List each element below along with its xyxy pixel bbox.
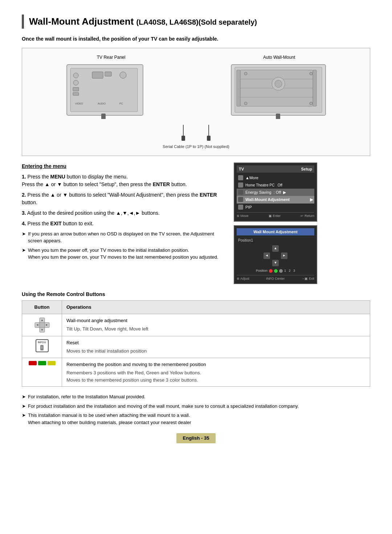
info-sub: i [40,345,44,351]
content-columns: Entering the menu 1. Press the MENU butt… [22,163,370,284]
note-2-text: When you turn the power off, your TV mov… [28,247,218,261]
tv-row-energy: Energy Saving : Off ▶ [237,189,314,196]
tv-row-pip: PIP [237,204,314,211]
op-desc-info: Moves to the initial installation positi… [66,348,366,355]
footer-bar: English - 35 [22,433,370,443]
svg-point-3 [73,80,78,85]
row-icon-5 [238,205,243,210]
note-2-arrow: ➤ [22,247,26,261]
svg-point-8 [120,72,126,78]
remote-control-table: Button Operations ▲ ▼ [22,300,370,387]
bottom-note-3: ➤ This installation manual is to be used… [22,412,370,426]
tv-header-left: TV [239,166,244,172]
svg-rect-20 [313,70,317,106]
op-cell-color: Remembering the position and moving to t… [62,358,370,387]
wall-adjust-footer: ⊕ Adjust INFO Center →▣ Exit [237,275,314,282]
bottom-note-2: ➤ For product installation and the insta… [22,403,370,410]
up-arrow-row: ▲ [272,245,279,252]
position-label: Position1 [237,238,314,243]
tv-row-4-text: Wall-Mount Adjustment [245,197,290,203]
step-3-num: 3. [22,210,26,216]
svg-point-24 [244,72,247,75]
step-4-exit: EXIT [50,221,62,226]
btn-cell-info: INFO⊙ i [22,336,62,358]
green-btn [38,361,46,365]
note-2: ➤ When you turn the power off, your TV m… [22,247,226,261]
tv-row-more: ▲More [237,174,314,182]
svg-rect-6 [92,72,103,78]
up-arrow: ▲ [272,245,279,252]
down-arrow-row: ▼ [272,260,279,266]
auto-wall-mount-svg [229,63,327,119]
entering-menu-heading: Entering the menu [22,163,226,170]
svg-point-2 [73,73,78,78]
position-row: Position 1 2 3 [237,268,314,274]
svg-text:VIDEO: VIDEO [75,102,83,105]
pos-dot-1 [269,269,273,273]
svg-point-25 [310,72,313,75]
step-1: 1. Press the MENU button to display the … [22,173,226,188]
title-suffix: (LA40S8, LA46S8)(Sold separately) [136,18,257,26]
svg-rect-5 [73,93,79,95]
page-title: Wall-Mount Adjustment (LA40S8, LA46S8)(S… [29,15,370,29]
title-section: Wall-Mount Adjustment (LA40S8, LA46S8)(S… [22,15,370,29]
tv-row-5-text: PIP [245,204,252,210]
diagram-box: TV Rear Panel Auto Wall-Mount VIDEO AUDI… [22,48,370,156]
op-label-dpad: Wall-mount angle adjustment [66,317,366,324]
cable-label: Serial Cable (1P to 1P) (Not supplied) [163,144,229,150]
instructions-col: Entering the menu 1. Press the MENU butt… [22,163,226,284]
bottom-note-1-arrow: ➤ [22,393,26,400]
footer-enter: ▣ Enter [269,214,281,219]
tv-row-3-text: Energy Saving : Off ▶ [245,189,286,196]
screenshots-col: TV Setup ▲More Home Theatre PC Off Energ… [234,163,370,284]
table-row-2: INFO⊙ i Reset Moves to the initial insta… [22,336,370,358]
table-row-3: Remembering the position and moving to t… [22,358,370,387]
col-operations: Operations [62,301,370,314]
btn-cell-dpad: ▲ ▼ ◄ ► [22,314,62,336]
red-btn [29,361,37,365]
col-button: Button [22,301,62,314]
bottom-note-2-text: For product installation and the install… [28,403,299,410]
svg-text:►: ► [45,323,48,326]
op-label-info: Reset [66,339,366,346]
step-1-num: 1. [22,174,26,180]
cable-section: Serial Cable (1P to 1P) (Not supplied) [163,125,229,150]
pos-dot-3 [279,269,283,273]
cable-lines [181,125,211,141]
yellow-btn [48,361,56,365]
tv-screen-footer: ⊕ Move ▣ Enter ↩ Return [237,212,314,219]
svg-point-27 [310,102,313,105]
step-4: 4. Press the EXIT button to exit. [22,220,226,227]
pos-dot-2 [274,269,278,273]
svg-rect-32 [40,323,45,328]
svg-rect-4 [73,87,79,91]
tv-row-1-text: ▲More [245,175,258,181]
op-desc-color: Remembers 3 positions with the Red, Gree… [66,369,366,383]
tv-row-2-text: Home Theatre PC Off [245,182,282,188]
info-btn: INFO⊙ i [36,339,49,352]
tv-row-htpc: Home Theatre PC Off [237,182,314,189]
using-heading: Using the Remote Control Buttons [22,291,370,298]
title-text: Wall-Mount Adjustment [29,16,134,27]
lr-arrow-row: ◄ ► [264,252,287,259]
btn-cell-color [22,358,62,387]
step-1-keyword: MENU [50,174,65,180]
svg-rect-1 [70,68,138,112]
svg-point-26 [244,102,247,105]
note-1-text: If you press an arrow button when no OSD… [28,230,226,245]
svg-text:▼: ▼ [41,328,44,332]
svg-rect-23 [276,114,280,119]
dpad-icon: ▲ ▼ ◄ ► [34,317,50,333]
step-3: 3. Adjust to the desired position using … [22,209,226,217]
diagram-label-left: TV Rear Panel [97,54,126,61]
footer-exit: →▣ Exit [301,276,314,282]
arrow-nav: ▲ ◄ ► ▼ [265,245,286,266]
dpad-svg: ▲ ▼ ◄ ► [34,317,50,333]
pos-numbers: 1 2 3 [284,268,295,274]
note-1-arrow: ➤ [22,230,26,245]
footer-move: ⊕ Move [237,214,249,219]
tv-rear-panel-svg: VIDEO AUDIO PC [65,63,145,119]
row-icon-3 [238,190,243,195]
step-2-num: 2. [22,192,26,198]
step-1-enter: ENTER [153,181,170,187]
